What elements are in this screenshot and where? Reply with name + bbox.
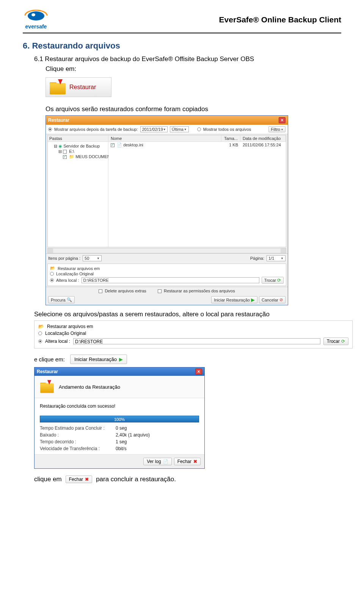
progress-footer: Ver log 📄 Fechar ✖ <box>35 454 204 468</box>
loc-orig-label: Localização Original <box>56 272 94 276</box>
header-title: EverSafe® Online Backup Client <box>219 15 341 24</box>
restore-dialog: Restaurar × Mostrar arquivos depois da t… <box>46 115 288 305</box>
decorrido-label: Tempo decorrido : <box>40 439 116 444</box>
logo: eversafe <box>23 8 49 30</box>
dialog-title: Restaurar <box>48 118 69 123</box>
dialog-split-pane: Pastas ⊟ ◉ Servidor de Backup ⊟ E:\ 📁 ME… <box>47 135 286 247</box>
wide-restore-in-label: Restaurar arquivos em <box>47 324 93 329</box>
cancelar-button[interactable]: Cancelar ⊘ <box>259 296 286 303</box>
wide-radio-loc-orig[interactable] <box>38 331 42 335</box>
time-est-value: 0 seg <box>116 425 127 431</box>
horizontal-scrollbar[interactable] <box>47 248 286 253</box>
chk-delete-extras[interactable] <box>99 289 102 293</box>
svg-point-1 <box>31 13 35 16</box>
search-button[interactable]: Procura 🔍 <box>48 296 75 303</box>
wide-trocar-button[interactable]: Trocar ⟳ <box>323 338 348 345</box>
success-text: Restauração concluída com sucesso! <box>40 403 199 409</box>
fechar-button[interactable]: Fechar ✖ <box>174 458 201 465</box>
restore-perm-label: Restaurar as permissões dos arquivos <box>164 289 235 293</box>
restored-as-copied-text: Os arquivos serão restaurados conforme f… <box>46 105 341 113</box>
alt-local-label: Altera local : <box>56 278 79 283</box>
wide-location-panel: 📂 Restaurar arquivos em Localização Orig… <box>34 320 353 349</box>
close-x-icon: ✖ <box>193 459 197 464</box>
chk-restore-perm[interactable] <box>158 289 162 293</box>
section-heading: 6. Restaurando arquivos <box>23 41 341 51</box>
filter-button[interactable]: Filtro ▾ <box>268 126 286 132</box>
vel-value: 0bit/s <box>116 446 127 451</box>
time-est-label: Tempo Estimado para Concluir : <box>40 425 116 431</box>
progress-bar: 100% <box>40 416 199 422</box>
trocar-button[interactable]: Trocar ⟳ <box>262 277 284 284</box>
dialog-action-bar: Procura 🔍 Iniciar Restauração ▶ Cancelar… <box>46 295 288 305</box>
logo-text: eversafe <box>25 24 47 30</box>
progress-title: Restaurar <box>37 369 58 374</box>
fechar-button-inline[interactable]: Fechar ✖ <box>66 476 92 483</box>
dialog-titlebar: Restaurar × <box>46 116 288 125</box>
location-panel: 📂 Restaurar arquivos em Localização Orig… <box>47 264 286 286</box>
delete-extras-label: Delete arquivos extras <box>105 289 146 293</box>
select-files-text: Selecione os arquivos/pastas a serem res… <box>34 311 341 318</box>
verlog-button[interactable]: Ver log 📄 <box>143 458 171 465</box>
close-icon[interactable]: × <box>279 117 286 123</box>
restaurar-button[interactable]: Restaurar <box>46 77 111 97</box>
pagination-bar: Itens por página : 50▼ Página: 1/1▼ <box>46 253 288 263</box>
folder-download-icon <box>50 80 66 94</box>
radio-show-all[interactable] <box>197 127 201 131</box>
folder-download-icon <box>40 381 54 393</box>
and-click-label: e clique em: <box>34 356 65 363</box>
radio-after-backup[interactable] <box>48 127 52 131</box>
wide-path-input[interactable]: D:\RESTORE <box>73 338 320 344</box>
click-on-label: Clique em: <box>46 65 341 73</box>
logo-mark <box>23 8 49 24</box>
items-per-page-label: Itens por página : <box>48 256 80 261</box>
tree-meus-doc[interactable]: MEUS DOCUMENT <box>75 154 113 159</box>
radio-show-all-label: Mostrar todos os arquivos <box>203 127 251 132</box>
progress-header: Andamento da Restauração <box>35 376 204 398</box>
file-list: Nome Tama... Data de modificação 📄 deskt… <box>108 135 286 247</box>
iniciar-restauracao-label: Iniciar Restauração <box>74 356 117 362</box>
file-row[interactable]: 📄 desktop.ini 1 KB 2011/02/06 17:55:24 <box>108 142 286 148</box>
baixado-value: 2,40k (1 arquivo) <box>116 432 150 438</box>
wide-radio-alt-local[interactable] <box>38 339 42 343</box>
close-x-icon: ✖ <box>85 477 89 482</box>
iniciar-restauracao-button[interactable]: Iniciar Restauração ▶ <box>70 355 127 364</box>
col-size[interactable]: Tama... <box>221 135 240 141</box>
radio-loc-orig[interactable] <box>50 272 54 276</box>
click-label: clique em <box>34 476 62 483</box>
page-label: Página: <box>250 256 264 261</box>
tree-root[interactable]: Servidor de Backup <box>63 144 100 148</box>
wide-alt-local-label: Altera local : <box>45 339 70 344</box>
progress-header-text: Andamento da Restauração <box>59 384 120 390</box>
tree-drive-e[interactable]: E:\ <box>69 149 74 154</box>
decorrido-value: 1 seg <box>116 439 127 444</box>
vel-label: Velocidade de Transferência : <box>40 446 116 451</box>
play-icon: ▶ <box>119 356 123 362</box>
col-date[interactable]: Data de modificação <box>240 135 286 141</box>
date-input[interactable]: 2011/02/19▼ <box>140 126 168 132</box>
radio-alt-local[interactable] <box>50 278 54 282</box>
document-icon: 📄 <box>163 459 168 464</box>
iniciar-button-small[interactable]: Iniciar Restauração ▶ <box>211 296 257 303</box>
restaurar-button-label: Restaurar <box>69 84 96 91</box>
last-input[interactable]: Última▼ <box>170 126 189 132</box>
progress-close-icon[interactable]: × <box>195 369 202 375</box>
dialog-toolbar: Mostrar arquivos depois da tarefa de bac… <box>46 125 288 134</box>
radio-after-backup-label: Mostrar arquivos depois da tarefa de bac… <box>54 127 138 132</box>
restore-in-label: Restaurar arquivos em <box>58 266 100 271</box>
page-input[interactable]: 1/1▼ <box>267 255 286 261</box>
progress-titlebar: Restaurar × <box>35 367 204 376</box>
svg-point-0 <box>28 11 44 20</box>
fechar-label: Fechar <box>69 477 83 482</box>
items-per-page-input[interactable]: 50▼ <box>83 255 102 261</box>
wide-loc-orig-label: Localização Original <box>45 331 86 336</box>
page-header: eversafe EverSafe® Online Backup Client <box>23 8 341 33</box>
progress-dialog: Restaurar × Andamento da Restauração Res… <box>34 367 205 469</box>
tree-header: Pastas <box>48 135 108 142</box>
path-input[interactable]: D:\RESTORE <box>82 277 259 283</box>
step-6-1: 6.1 Restaurar arquivos de backup do Ever… <box>34 55 341 63</box>
col-name[interactable]: Nome <box>108 135 221 141</box>
to-conclude-label: para concluir a restauração. <box>96 476 176 483</box>
baixado-label: Baixado : <box>40 432 116 438</box>
folder-tree[interactable]: Pastas ⊟ ◉ Servidor de Backup ⊟ E:\ 📁 ME… <box>48 135 108 247</box>
